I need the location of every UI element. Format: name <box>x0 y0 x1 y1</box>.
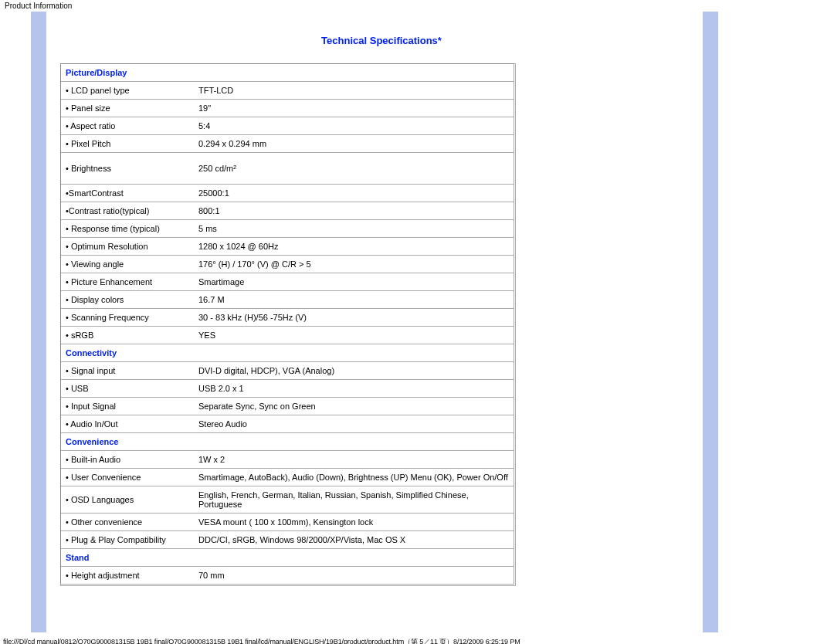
table-row: • User ConvenienceSmartimage, AutoBack),… <box>61 468 514 486</box>
table-row: • Panel size19" <box>61 99 514 117</box>
spec-value: 0.294 x 0.294 mm <box>194 134 514 152</box>
table-row: • sRGB YES <box>61 326 514 344</box>
spec-label: • Display colors <box>61 290 194 308</box>
page-header: Product Information <box>0 0 834 12</box>
spec-label: • Response time (typical) <box>61 219 194 237</box>
spec-value: Stereo Audio <box>194 415 514 432</box>
spec-label: • Pixel Pitch <box>61 134 194 152</box>
section-head-stand: Stand <box>61 548 514 566</box>
section-head-connectivity: Connectivity <box>61 344 514 361</box>
spec-value: VESA mount ( 100 x 100mm), Kensington lo… <box>194 513 514 530</box>
spec-value: DVI-D digital, HDCP), VGA (Analog) <box>194 361 514 379</box>
spec-label: • USB <box>61 379 194 397</box>
spec-value: 1W x 2 <box>194 450 514 468</box>
spec-label: • User Convenience <box>61 468 194 486</box>
spec-value: DDC/CI, sRGB, Windows 98/2000/XP/Vista, … <box>194 530 514 548</box>
table-row: • Plug & Play CompatibilityDDC/CI, sRGB,… <box>61 530 514 548</box>
page-title: Technical Specifications* <box>60 35 703 46</box>
table-row: • Response time (typical)5 ms <box>61 219 514 237</box>
spec-label: • Optimum Resolution <box>61 237 194 255</box>
page-frame: Technical Specifications* Picture/Displa… <box>31 12 718 632</box>
spec-label: • Scanning Frequency <box>61 308 194 326</box>
footer-path: file:///D|/cd manual/0812/Q70G900081315B… <box>0 632 834 644</box>
spec-table: Picture/Display• LCD panel typeTFT-LCD• … <box>60 63 516 586</box>
spec-value: Smartimage, AutoBack), Audio (Down), Bri… <box>194 468 514 486</box>
spec-value: 250 cd/m² <box>194 152 514 184</box>
table-row: • Picture EnhancementSmartimage <box>61 273 514 290</box>
table-row: • Input SignalSeparate Sync, Sync on Gre… <box>61 397 514 415</box>
spec-label: • Viewing angle <box>61 255 194 273</box>
spec-value: YES <box>194 326 514 344</box>
spec-label: • LCD panel type <box>61 81 194 99</box>
spec-label: • Panel size <box>61 99 194 117</box>
table-row: • Brightness250 cd/m² <box>61 152 514 184</box>
spec-label: • sRGB <box>61 326 194 344</box>
section-head-picture-display: Picture/Display <box>61 64 514 81</box>
left-accent-bar <box>31 12 46 632</box>
table-row: • USBUSB 2.0 x 1 <box>61 379 514 397</box>
spec-value: 176° (H) / 170° (V) @ C/R > 5 <box>194 255 514 273</box>
table-row: • Display colors16.7 M <box>61 290 514 308</box>
table-row: •Contrast ratio(typical)800:1 <box>61 202 514 219</box>
table-row: • Pixel Pitch0.294 x 0.294 mm <box>61 134 514 152</box>
spec-value: Separate Sync, Sync on Green <box>194 397 514 415</box>
table-row: • Signal inputDVI-D digital, HDCP), VGA … <box>61 361 514 379</box>
spec-label: •SmartContrast <box>61 184 194 202</box>
spec-label: • Built-in Audio <box>61 450 194 468</box>
table-row: • Optimum Resolution1280 x 1024 @ 60Hz <box>61 237 514 255</box>
content-area: Technical Specifications* Picture/Displa… <box>31 12 718 632</box>
spec-value: 70 mm <box>194 566 514 584</box>
table-row: • Height adjustment70 mm <box>61 566 514 584</box>
spec-label: • OSD Languages <box>61 486 194 513</box>
table-row: • LCD panel typeTFT-LCD <box>61 81 514 99</box>
spec-value: 5:4 <box>194 117 514 134</box>
spec-value: Smartimage <box>194 273 514 290</box>
spec-label: • Input Signal <box>61 397 194 415</box>
spec-label: •Contrast ratio(typical) <box>61 202 194 219</box>
spec-label: • Other convenience <box>61 513 194 530</box>
table-row: • Aspect ratio5:4 <box>61 117 514 134</box>
spec-value: 19" <box>194 99 514 117</box>
spec-value: English, French, German, Italian, Russia… <box>194 486 514 513</box>
spec-label: • Aspect ratio <box>61 117 194 134</box>
table-row: • Other convenienceVESA mount ( 100 x 10… <box>61 513 514 530</box>
table-row: • Built-in Audio1W x 2 <box>61 450 514 468</box>
spec-value: 800:1 <box>194 202 514 219</box>
right-accent-bar <box>703 12 718 632</box>
table-row: • Scanning Frequency30 - 83 kHz (H)/56 -… <box>61 308 514 326</box>
spec-value: 30 - 83 kHz (H)/56 -75Hz (V) <box>194 308 514 326</box>
spec-value: 16.7 M <box>194 290 514 308</box>
spec-label: • Picture Enhancement <box>61 273 194 290</box>
spec-value: TFT-LCD <box>194 81 514 99</box>
table-row: • Audio In/OutStereo Audio <box>61 415 514 432</box>
spec-label: • Audio In/Out <box>61 415 194 432</box>
spec-value: USB 2.0 x 1 <box>194 379 514 397</box>
spec-label: • Plug & Play Compatibility <box>61 530 194 548</box>
section-head-convenience: Convenience <box>61 432 514 450</box>
table-row: • Viewing angle176° (H) / 170° (V) @ C/R… <box>61 255 514 273</box>
table-row: • OSD LanguagesEnglish, French, German, … <box>61 486 514 513</box>
spec-value: 1280 x 1024 @ 60Hz <box>194 237 514 255</box>
spec-label: • Brightness <box>61 152 194 184</box>
table-row: •SmartContrast25000:1 <box>61 184 514 202</box>
spec-label: • Height adjustment <box>61 566 194 584</box>
spec-label: • Signal input <box>61 361 194 379</box>
spec-value: 5 ms <box>194 219 514 237</box>
spec-value: 25000:1 <box>194 184 514 202</box>
